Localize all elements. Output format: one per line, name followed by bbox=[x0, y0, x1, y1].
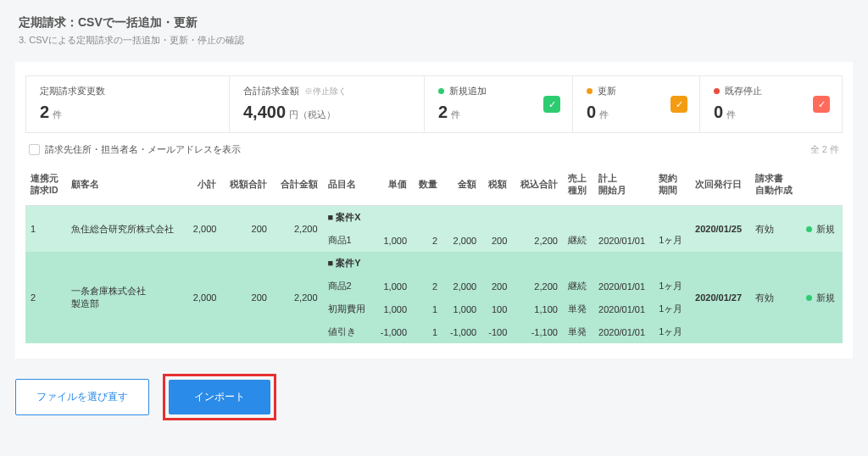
cell-tax: 100 bbox=[481, 298, 512, 320]
cell-unitprice: -1,000 bbox=[373, 320, 412, 343]
cell-id: 2 bbox=[25, 252, 66, 343]
cell-qty: 2 bbox=[412, 275, 442, 298]
cell-period: 1ヶ月 bbox=[654, 275, 690, 298]
th-source-id: 連携元 請求ID bbox=[25, 164, 66, 206]
cell-subtotal: 2,000 bbox=[186, 252, 221, 343]
stat-unit: 件 bbox=[451, 108, 460, 121]
checkbox-label: 請求先住所・担当者名・メールアドレスを表示 bbox=[45, 143, 241, 156]
check-icon: ✓ bbox=[813, 96, 830, 113]
th-unitprice: 単価 bbox=[373, 164, 412, 206]
cell-amount: -1,000 bbox=[442, 320, 481, 343]
th-status bbox=[801, 164, 843, 206]
cell-id: 1 bbox=[25, 206, 66, 253]
th-taxincl: 税込合計 bbox=[512, 164, 563, 206]
import-button[interactable]: インポート bbox=[169, 380, 270, 414]
cell-period: 1ヶ月 bbox=[654, 298, 690, 320]
cell-tax: 200 bbox=[481, 229, 512, 252]
th-autocreate: 請求書 自動作成 bbox=[750, 164, 801, 206]
cell-startmonth: 2020/01/01 bbox=[593, 229, 654, 252]
checkbox-icon bbox=[29, 144, 40, 155]
cell-itemname: 商品2 bbox=[323, 275, 374, 298]
stat-value: 4,400 bbox=[243, 103, 286, 122]
stat-label: 更新 bbox=[598, 85, 616, 97]
show-address-checkbox[interactable]: 請求先住所・担当者名・メールアドレスを表示 bbox=[29, 143, 241, 156]
th-amount: 金額 bbox=[442, 164, 481, 206]
th-tax: 税額 bbox=[481, 164, 512, 206]
th-startmonth: 計上 開始月 bbox=[593, 164, 654, 206]
th-taxtotal: 税額合計 bbox=[221, 164, 272, 206]
cell-salestype: 継続 bbox=[563, 229, 593, 252]
import-button-highlight: インポート bbox=[163, 374, 276, 420]
cell-unitprice: 1,000 bbox=[373, 298, 412, 320]
cell-salestype: 継続 bbox=[563, 275, 593, 298]
status-dot-icon bbox=[438, 88, 444, 94]
stat-value: 0 bbox=[714, 103, 723, 122]
th-subtotal: 小計 bbox=[186, 164, 221, 206]
cell-amount: 2,000 bbox=[442, 275, 481, 298]
total-count: 全 2 件 bbox=[810, 143, 839, 156]
cell-grandtotal: 2,200 bbox=[272, 206, 323, 253]
cell-itemname: 値引き bbox=[323, 320, 374, 343]
check-icon: ✓ bbox=[543, 96, 560, 113]
status-dot-icon bbox=[806, 295, 812, 301]
cell-unitprice: 1,000 bbox=[373, 229, 412, 252]
cell-qty: 1 bbox=[412, 298, 442, 320]
cell-taxincl: 2,200 bbox=[512, 229, 563, 252]
cell-tax: 200 bbox=[481, 275, 512, 298]
cell-tax: -100 bbox=[481, 320, 512, 343]
cell-qty: 2 bbox=[412, 229, 442, 252]
billing-table: 連携元 請求ID 顧客名 小計 税額合計 合計金額 品目名 単価 数量 金額 税… bbox=[25, 164, 843, 343]
reselect-file-button[interactable]: ファイルを選び直す bbox=[15, 379, 149, 415]
cell-taxincl: 2,200 bbox=[512, 275, 563, 298]
stat-value: 2 bbox=[40, 103, 49, 122]
cell-startmonth: 2020/01/01 bbox=[593, 298, 654, 320]
stat-label: 定期請求変更数 bbox=[40, 85, 105, 97]
stat-unit: 円（税込） bbox=[289, 108, 336, 121]
cell-customer: 一条倉庫株式会社 製造部 bbox=[66, 252, 186, 343]
th-customer: 顧客名 bbox=[66, 164, 186, 206]
cell-autocreate: 有効 bbox=[750, 252, 801, 343]
cell-period: 1ヶ月 bbox=[654, 229, 690, 252]
cell-amount: 1,000 bbox=[442, 298, 481, 320]
th-nextissue: 次回発行日 bbox=[690, 164, 750, 206]
cell-nextissue: 2020/01/27 bbox=[690, 252, 750, 343]
th-period: 契約 期間 bbox=[654, 164, 690, 206]
th-salestype: 売上 種別 bbox=[563, 164, 593, 206]
th-itemname: 品目名 bbox=[323, 164, 374, 206]
cell-itemname: 初期費用 bbox=[323, 298, 374, 320]
check-icon: ✓ bbox=[670, 96, 687, 113]
cell-taxtotal: 200 bbox=[221, 206, 272, 253]
stat-unit: 件 bbox=[599, 108, 609, 121]
th-grandtotal: 合計金額 bbox=[272, 164, 323, 206]
cell-amount: 2,000 bbox=[442, 229, 481, 252]
stat-value: 2 bbox=[438, 103, 448, 122]
page-subtitle: 3. CSVによる定期請求の一括追加・更新・停止の確認 bbox=[19, 34, 849, 47]
cell-status: 新規 bbox=[801, 252, 843, 343]
footer-actions: ファイルを選び直す インポート bbox=[15, 374, 853, 420]
cell-taxtotal: 200 bbox=[221, 252, 272, 343]
page-title: 定期請求：CSVで一括追加・更新 bbox=[19, 15, 849, 31]
stat-update: 更新 0 件 ✓ bbox=[573, 76, 700, 132]
stat-label: 新規追加 bbox=[449, 85, 487, 97]
cell-startmonth: 2020/01/01 bbox=[593, 275, 654, 298]
stat-label: 既存停止 bbox=[725, 85, 762, 97]
status-dot-icon bbox=[806, 226, 812, 232]
cell-nextissue: 2020/01/25 bbox=[690, 206, 750, 253]
stat-unit: 件 bbox=[726, 108, 736, 121]
stat-label-note: ※停止除く bbox=[304, 86, 347, 97]
stat-value: 0 bbox=[587, 103, 596, 122]
stat-label: 合計請求金額 bbox=[243, 85, 299, 97]
cell-taxincl: -1,100 bbox=[512, 320, 563, 343]
cell-taxincl: 1,100 bbox=[512, 298, 563, 320]
stat-stopped: 既存停止 0 件 ✓ bbox=[700, 76, 842, 132]
cell-unitprice: 1,000 bbox=[373, 275, 412, 298]
cell-autocreate: 有効 bbox=[750, 206, 801, 253]
cell-subtotal: 2,000 bbox=[186, 206, 221, 253]
page-header: 定期請求：CSVで一括追加・更新 3. CSVによる定期請求の一括追加・更新・停… bbox=[0, 0, 868, 53]
cell-startmonth: 2020/01/01 bbox=[593, 320, 654, 343]
stats-bar: 定期請求変更数 2 件 合計請求金額 ※停止除く 4,400 円（税込） 新規追… bbox=[25, 75, 843, 133]
cell-salestype: 単発 bbox=[563, 298, 593, 320]
stat-unit: 件 bbox=[53, 108, 62, 121]
main-container: 定期請求変更数 2 件 合計請求金額 ※停止除く 4,400 円（税込） 新規追… bbox=[15, 62, 853, 359]
table-row: 2一条倉庫株式会社 製造部2,0002002,200■ 案件Y2020/01/2… bbox=[25, 252, 843, 275]
